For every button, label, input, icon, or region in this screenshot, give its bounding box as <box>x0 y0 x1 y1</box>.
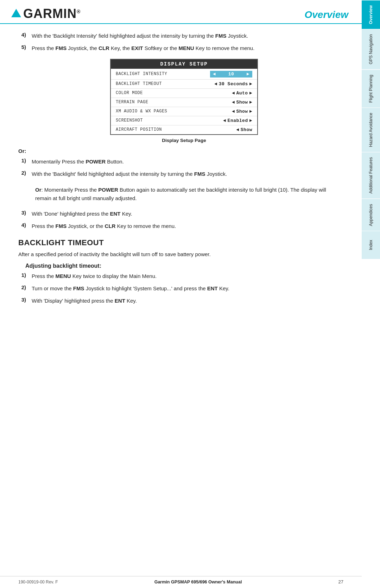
garmin-wordmark: GARMIN® <box>23 6 81 21</box>
arrow-right-icon: ► <box>247 72 249 77</box>
arrow-left-icon: ◄ <box>232 109 235 114</box>
sub-step-number-3: 3) <box>18 297 26 303</box>
row-value-terrain-page: ◄ Show ► <box>232 100 252 105</box>
row-value-text-xm: Show <box>236 109 248 114</box>
section-heading-backlight-timeout: BACKLIGHT TIMEOUT <box>18 238 336 247</box>
arrow-left-icon: ◄ <box>236 127 239 132</box>
arrow-right-icon: ► <box>249 100 252 105</box>
arrow-left-icon: ◄ <box>232 91 235 96</box>
arrow-right-icon: ► <box>249 118 252 123</box>
list-item-or-step1: 1) Momentarily Press the POWER Button. <box>18 157 336 166</box>
list-item-step5: 5) Press the FMS Joystick, the CLR Key, … <box>18 44 336 52</box>
sub-step-number-2: 2) <box>18 284 26 290</box>
or-block-text: Or: Momentarily Press the POWER Button a… <box>35 187 326 201</box>
arrow-right-icon: ► <box>249 109 252 114</box>
step5-text: Press the FMS Joystick, the CLR Key, the… <box>32 44 254 52</box>
setup-row-backlight-intensity: BACKLIGHT INTENSITY ◄ 10 ► <box>111 69 257 79</box>
row-label-backlight-intensity: BACKLIGHT INTENSITY <box>116 72 167 76</box>
setup-row-screenshot: SCREENSHOT ◄ Enabled ► <box>111 116 257 125</box>
list-item-step3: 3) With 'Done' highlighted press the ENT… <box>18 210 336 218</box>
logo-text: GARMIN <box>23 6 77 21</box>
arrow-left-icon: ◄ <box>214 81 217 87</box>
or-step-number-2: 2) <box>18 170 26 176</box>
subsection-heading-adjusting: Adjusting backlight timeout: <box>25 263 336 269</box>
step3-text: With 'Done' highlighted press the ENT Ke… <box>32 210 132 218</box>
sidebar-tab-flight-planning[interactable]: Flight Planning <box>362 69 380 107</box>
row-value-backlight-intensity: ◄ 10 ► <box>210 71 252 78</box>
row-value-text-color-mode: Auto <box>236 91 248 96</box>
garmin-triangle-icon <box>11 9 21 17</box>
sub-step3-text: With 'Display' highlighted press the ENT… <box>32 297 137 305</box>
arrow-left-icon: ◄ <box>223 118 226 123</box>
arrow-left-icon: ◄ <box>232 100 235 105</box>
row-value-text-backlight: 10 <box>228 72 234 77</box>
row-value-xm-audio: ◄ Show ► <box>232 109 252 114</box>
setup-row-aircraft-position: AIRCRAFT POSITION ◄ Show <box>111 125 257 134</box>
sidebar-tab-hazard-avoidance[interactable]: Hazard Avoidance <box>362 107 380 152</box>
step-number-5: 5) <box>18 44 26 50</box>
or-step2-text: With the 'Backlight' field highlighted a… <box>32 170 227 178</box>
sub-step-number-1: 1) <box>18 272 26 278</box>
sidebar-tab-index[interactable]: Index <box>362 231 380 259</box>
arrow-right-icon: ► <box>249 81 252 87</box>
page-footer: 190-00919-00 Rev. F Garmin GPSMAP 695/69… <box>0 576 362 588</box>
footer-center-text: Garmin GPSMAP 695/696 Owner's Manual <box>154 580 242 584</box>
sidebar-tab-overview[interactable]: Overview <box>362 0 380 29</box>
display-setup-box: Display Setup BACKLIGHT INTENSITY ◄ 10 ►… <box>110 59 258 135</box>
section-intro-text: After a specified period of inactivity t… <box>18 250 336 259</box>
row-value-text-terrain: Show <box>236 100 248 105</box>
row-value-text-screenshot: Enabled <box>228 118 248 123</box>
list-item-sub-step1: 1) Press the MENU Key twice to display t… <box>18 272 336 280</box>
reg-symbol: ® <box>77 9 81 14</box>
step-number-4b: 4) <box>18 222 26 228</box>
step4b-text: Press the FMS Joystick, or the CLR Key t… <box>32 222 176 230</box>
right-sidebar: Overview GPS Navigation Flight Planning … <box>362 0 380 571</box>
or-step1-text: Momentarily Press the POWER Button. <box>32 157 124 166</box>
row-value-color-mode: ◄ Auto ► <box>232 91 252 96</box>
arrow-left-icon: ◄ <box>213 72 216 77</box>
page-header: GARMIN® Overview <box>0 0 380 24</box>
step4-text: With the 'Backlight Intensity' field hig… <box>32 32 248 40</box>
row-label-terrain-page: TERRAIN PAGE <box>116 100 148 105</box>
step-number-3: 3) <box>18 210 26 216</box>
setup-row-xm-audio: XM AUDIO & WX PAGES ◄ Show ► <box>111 107 257 116</box>
row-label-xm-audio: XM AUDIO & WX PAGES <box>116 109 167 114</box>
display-setup-title: Display Setup <box>111 60 257 69</box>
row-value-text-aircraft: Show <box>241 127 252 132</box>
sidebar-tab-gps-navigation[interactable]: GPS Navigation <box>362 29 380 69</box>
row-value-text-timeout: 30 Seconds <box>219 81 248 87</box>
display-caption: Display Setup Page <box>162 138 206 143</box>
page-title: Overview <box>304 9 348 21</box>
or-label: Or: <box>18 148 336 154</box>
display-setup-wrapper: Display Setup BACKLIGHT INTENSITY ◄ 10 ►… <box>32 59 336 143</box>
footer-left-text: 190-00919-00 Rev. F <box>18 580 58 584</box>
row-label-aircraft-position: AIRCRAFT POSITION <box>116 127 162 132</box>
row-value-screenshot: ◄ Enabled ► <box>223 118 252 123</box>
or-step-number-1: 1) <box>18 157 26 163</box>
arrow-right-icon: ► <box>249 91 252 96</box>
sub-step1-text: Press the MENU Key twice to display the … <box>32 272 157 280</box>
setup-row-backlight-timeout: BACKLIGHT TIMEOUT ◄ 30 Seconds ► <box>111 79 257 88</box>
list-item-or-step2: 2) With the 'Backlight' field highlighte… <box>18 170 336 178</box>
row-label-backlight-timeout: BACKLIGHT TIMEOUT <box>116 81 162 86</box>
step-number-4: 4) <box>18 32 26 38</box>
list-item-sub-step3: 3) With 'Display' highlighted press the … <box>18 297 336 305</box>
row-value-aircraft-position: ◄ Show <box>236 127 252 132</box>
list-item-step4: 4) With the 'Backlight Intensity' field … <box>18 32 336 40</box>
footer-page-number: 27 <box>338 579 343 584</box>
sidebar-tab-additional-features[interactable]: Additional Features <box>362 152 380 198</box>
or-block: Or: Momentarily Press the POWER Button a… <box>32 182 336 206</box>
sidebar-tab-appendices[interactable]: Appendices <box>362 199 380 231</box>
sub-step2-text: Turn or move the FMS Joystick to highlig… <box>32 284 229 292</box>
setup-row-color-mode: COLOR MODE ◄ Auto ► <box>111 88 257 98</box>
row-label-color-mode: COLOR MODE <box>116 91 143 95</box>
garmin-logo: GARMIN® <box>11 6 81 21</box>
list-item-step4b: 4) Press the FMS Joystick, or the CLR Ke… <box>18 222 336 230</box>
row-value-backlight-timeout: ◄ 30 Seconds ► <box>214 81 252 87</box>
list-item-sub-step2: 2) Turn or move the FMS Joystick to high… <box>18 284 336 292</box>
main-content: 4) With the 'Backlight Intensity' field … <box>0 24 362 316</box>
setup-row-terrain-page: TERRAIN PAGE ◄ Show ► <box>111 98 257 107</box>
row-label-screenshot: SCREENSHOT <box>116 118 143 123</box>
